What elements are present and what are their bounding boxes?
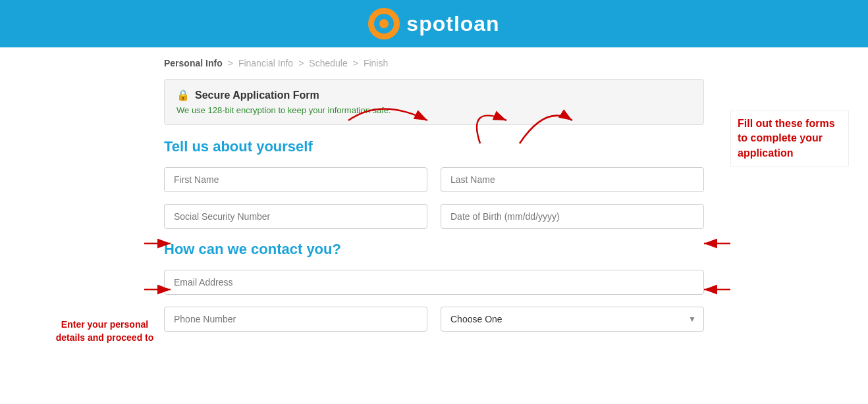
first-name-field xyxy=(164,167,427,192)
secure-banner-title: 🔒 Secure Application Form xyxy=(176,89,692,101)
breadcrumb-financial-info[interactable]: Financial Info xyxy=(238,58,293,68)
logo-center xyxy=(379,19,389,28)
logo-inner xyxy=(374,14,394,34)
logo-icon xyxy=(368,8,400,39)
lock-icon: 🔒 xyxy=(176,89,190,101)
section2-heading: How can we contact you? xyxy=(164,241,704,258)
form-row-phone: Choose One Mobile Home Work ▼ xyxy=(164,307,704,332)
dob-input[interactable] xyxy=(441,204,704,229)
ssn-input[interactable] xyxy=(164,204,427,229)
annotation-top-right: Fill out these forms to complete your ap… xyxy=(730,111,849,166)
logo-container: spotloan xyxy=(368,8,499,39)
form-row-email xyxy=(164,270,704,295)
breadcrumb-sep-3: > xyxy=(353,58,358,68)
ssn-field xyxy=(164,204,427,229)
email-field xyxy=(164,270,704,295)
secure-banner-subtitle: We use 128-bit encryption to keep your i… xyxy=(176,105,692,115)
dob-field xyxy=(441,204,704,229)
breadcrumb-schedule[interactable]: Schedule xyxy=(309,58,347,68)
form-row-ssn-dob xyxy=(164,204,704,229)
form-row-name xyxy=(164,167,704,192)
phone-field xyxy=(164,307,427,332)
logo-text: spotloan xyxy=(406,12,499,36)
secure-banner-heading: Secure Application Form xyxy=(195,89,319,101)
phone-type-select[interactable]: Choose One Mobile Home Work xyxy=(441,307,704,332)
first-name-input[interactable] xyxy=(164,167,427,192)
breadcrumb-sep-1: > xyxy=(228,58,233,68)
phone-input[interactable] xyxy=(164,307,427,332)
email-input[interactable] xyxy=(164,270,704,295)
breadcrumb: Personal Info > Financial Info > Schedul… xyxy=(164,58,704,68)
section1-heading: Tell us about yourself xyxy=(164,138,704,155)
breadcrumb-sep-2: > xyxy=(298,58,304,68)
phone-type-field: Choose One Mobile Home Work ▼ xyxy=(441,307,704,332)
breadcrumb-finish[interactable]: Finish xyxy=(364,58,388,68)
annotation-left: Enter your personal details and proceed … xyxy=(52,318,157,343)
breadcrumb-personal-info[interactable]: Personal Info xyxy=(164,58,223,68)
header: spotloan xyxy=(0,0,868,47)
last-name-input[interactable] xyxy=(441,167,704,192)
last-name-field xyxy=(441,167,704,192)
secure-banner: 🔒 Secure Application Form We use 128-bit… xyxy=(164,79,704,125)
